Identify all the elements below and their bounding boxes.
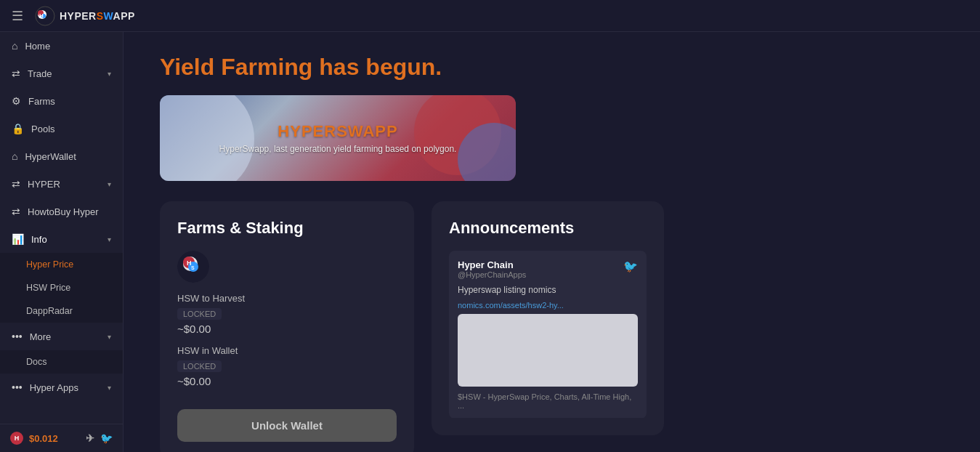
sidebar-sub-docs[interactable]: Docs — [0, 350, 123, 374]
sidebar-item-pools-label: Pools — [31, 124, 55, 134]
svg-text:S: S — [191, 265, 195, 270]
announcements-scroll[interactable]: Hyper Chain @HyperChainApps 🐦 Hyperswap … — [449, 251, 647, 418]
banner-content: HYPERSWAPP HyperSwapp, last generation y… — [219, 122, 457, 154]
sidebar-sub-hyper-price[interactable]: Hyper Price — [0, 253, 123, 276]
hyper-icon: ⇄ — [12, 178, 20, 190]
banner-subtitle: HyperSwapp, last generation yield farmin… — [219, 144, 457, 154]
tweet-handle: @HyperChainApps — [458, 270, 526, 279]
token-price: $0.012 — [29, 433, 58, 444]
sidebar-item-more[interactable]: ••• More ▾ — [0, 323, 123, 350]
harvest-amount: ~$0.00 — [177, 323, 397, 335]
chevron-down-icon-5: ▾ — [108, 384, 111, 392]
announcements-card: Announcements Hyper Chain @HyperChainApp… — [432, 201, 664, 435]
main-layout: ⌂ Home ⇄ Trade ▾ ⚙ Farms 🔒 Pools ⌂ Hyper… — [0, 32, 980, 452]
more-icon: ••• — [12, 331, 23, 342]
tweet-user-info: Hyper Chain @HyperChainApps — [458, 259, 526, 279]
pools-icon: 🔒 — [12, 123, 24, 134]
sidebar-item-home[interactable]: ⌂ Home — [0, 32, 123, 60]
hsw-logo-small: H — [10, 432, 23, 445]
sidebar-item-hyper-apps[interactable]: ••• Hyper Apps ▾ — [0, 374, 123, 401]
wallet-locked-label: LOCKED — [177, 360, 222, 372]
sidebar-item-farms[interactable]: ⚙ Farms — [0, 87, 123, 115]
hyperwallet-icon: ⌂ — [12, 150, 17, 162]
token-icon: H S — [177, 251, 209, 283]
tweet-footer-link[interactable]: $HSW - HyperSwap Price, Charts, All-Time… — [458, 392, 638, 410]
harvest-label: HSW to Harvest — [177, 293, 397, 304]
topbar: ☰ H HYPERSWAPP — [0, 0, 980, 32]
home-icon: ⌂ — [12, 40, 17, 52]
sidebar-item-more-label: More — [30, 331, 52, 342]
announcements-title: Announcements — [449, 219, 647, 238]
chevron-down-icon-3: ▾ — [108, 235, 111, 243]
tweet-header: Hyper Chain @HyperChainApps 🐦 — [458, 259, 638, 279]
docs-label: Docs — [26, 357, 46, 367]
logo-text: HYPERSWAPP — [60, 10, 135, 22]
unlock-wallet-button[interactable]: Unlock Wallet — [177, 409, 397, 442]
sidebar-item-howtobuy[interactable]: ⇄ HowtoBuy Hyper — [0, 198, 123, 225]
hyper-apps-icon: ••• — [12, 382, 23, 393]
farms-icon: ⚙ — [12, 95, 21, 107]
chevron-down-icon: ▾ — [108, 70, 111, 78]
banner-title: HYPERSWAPP — [219, 122, 457, 141]
farms-card-title: Farms & Staking — [177, 219, 397, 238]
tweet-image — [458, 314, 638, 387]
sidebar: ⌂ Home ⇄ Trade ▾ ⚙ Farms 🔒 Pools ⌂ Hyper… — [0, 32, 123, 452]
twitter-icon[interactable]: 🐦 — [100, 432, 113, 444]
sidebar-item-hyperwallet[interactable]: ⌂ HyperWallet — [0, 142, 123, 170]
info-icon: 📊 — [12, 233, 24, 245]
sidebar-item-info-label: Info — [31, 234, 47, 245]
sidebar-sub-dappradar[interactable]: DappRadar — [0, 299, 123, 323]
tweet-link[interactable]: nomics.com/assets/hsw2-hy... — [458, 301, 638, 310]
chevron-down-icon-2: ▾ — [108, 180, 111, 188]
howtobuy-icon: ⇄ — [12, 206, 20, 217]
wallet-amount: ~$0.00 — [177, 375, 397, 387]
wallet-label: HSW in Wallet — [177, 345, 397, 356]
sidebar-item-trade[interactable]: ⇄ Trade ▾ — [0, 60, 123, 87]
trade-icon: ⇄ — [12, 68, 20, 79]
main-content: Yield Farming has begun. HYPERSWAPP Hype… — [123, 32, 980, 452]
farms-staking-card: Farms & Staking H S HSW to Harvest LOCKE… — [160, 201, 414, 452]
sidebar-item-hyper[interactable]: ⇄ HYPER ▾ — [0, 170, 123, 198]
svg-text:H: H — [39, 12, 44, 19]
dappradar-label: DappRadar — [26, 306, 73, 316]
sidebar-item-howtobuy-label: HowtoBuy Hyper — [28, 206, 99, 217]
social-icons: ✈ 🐦 — [86, 432, 113, 444]
tweet-item: Hyper Chain @HyperChainApps 🐦 Hyperswap … — [449, 251, 647, 418]
sidebar-item-pools[interactable]: 🔒 Pools — [0, 115, 123, 142]
sidebar-item-hyper-label: HYPER — [28, 179, 60, 190]
cards-row: Farms & Staking H S HSW to Harvest LOCKE… — [160, 201, 951, 452]
hyper-price-label: Hyper Price — [26, 259, 73, 270]
hamburger-menu-icon[interactable]: ☰ — [12, 8, 23, 24]
page-title: Yield Farming has begun. — [160, 54, 951, 81]
sidebar-item-hyper-apps-label: Hyper Apps — [30, 382, 78, 393]
sidebar-item-farms-label: Farms — [28, 96, 55, 107]
tweet-text: Hyperswap listing nomics — [458, 283, 638, 296]
sidebar-bottom: H $0.012 ✈ 🐦 — [0, 424, 123, 452]
tweet-username: Hyper Chain — [458, 259, 526, 270]
twitter-bird-icon: 🐦 — [623, 259, 638, 273]
logo-icon: H — [35, 6, 55, 26]
more-submenu: Docs — [0, 350, 123, 374]
telegram-icon[interactable]: ✈ — [86, 432, 94, 444]
chevron-down-icon-4: ▾ — [108, 333, 111, 341]
info-submenu: Hyper Price HSW Price DappRadar — [0, 253, 123, 323]
logo[interactable]: H HYPERSWAPP — [35, 6, 135, 26]
banner: HYPERSWAPP HyperSwapp, last generation y… — [160, 95, 516, 181]
hsw-price-label: HSW Price — [26, 283, 70, 293]
sidebar-sub-hsw-price[interactable]: HSW Price — [0, 276, 123, 299]
sidebar-item-info[interactable]: 📊 Info ▾ — [0, 225, 123, 253]
sidebar-item-trade-label: Trade — [28, 68, 52, 79]
sidebar-item-hyperwallet-label: HyperWallet — [25, 151, 76, 162]
sidebar-item-home-label: Home — [25, 41, 50, 52]
harvest-locked-label: LOCKED — [177, 308, 222, 320]
